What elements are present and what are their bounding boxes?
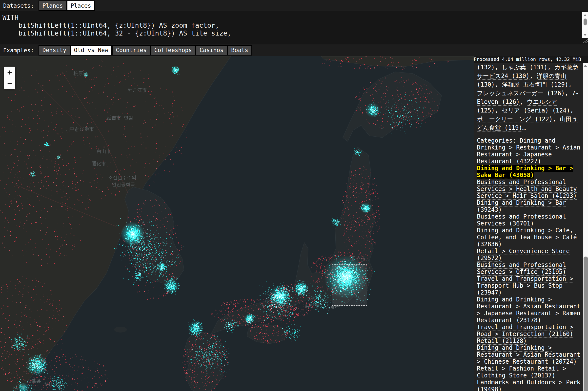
example-button-old-vs-new[interactable]: Old vs New [71, 46, 111, 55]
sidebar-scrollbar[interactable] [583, 63, 588, 391]
category-link[interactable]: Business and Professional Services > Off… [477, 262, 566, 276]
name-link[interactable]: 洋麺屋 五右衛門 (129) [502, 81, 568, 88]
map[interactable]: 松原市牡丹江市延吉市 연길四平市辽源市白山市通化市조선민주주의인민공화국海盐县岱… [0, 56, 474, 391]
map-place-label: 인민공화국 [112, 181, 135, 188]
datasets-label: Datasets: [3, 2, 34, 9]
datasets-button-group: PlanesPlaces [38, 0, 95, 11]
category-link-highlighted[interactable]: Dining and Drinking > Bar > Sake Bar (43… [477, 165, 573, 179]
category-link[interactable]: Dining and Drinking > Restaurant > Asian… [477, 344, 580, 365]
scroll-up-icon[interactable] [584, 65, 587, 67]
map-place-label: 浜松市 [305, 303, 319, 309]
category-link[interactable]: Dining and Drinking > Bar (39243) [477, 199, 566, 213]
scroll-up-icon[interactable] [583, 14, 587, 16]
category-link[interactable]: Retail (21128) [477, 337, 527, 345]
example-button-density[interactable]: Density [39, 46, 70, 55]
sidebar-scrollbar-thumb[interactable] [584, 257, 588, 391]
dataset-button-planes[interactable]: Planes [39, 1, 66, 10]
map-place-label: 四平市 [65, 126, 79, 133]
textarea-resize-grip-icon[interactable] [583, 38, 588, 43]
example-button-coffeeshops[interactable]: Coffeeshops [151, 46, 195, 55]
examples-bar: Examples: DensityOld vs NewCountriesCoff… [0, 44, 588, 56]
editor-scrollbar[interactable] [582, 12, 588, 38]
example-button-countries[interactable]: Countries [113, 46, 150, 55]
category-link[interactable]: Retail > Convenience Store (29572) [477, 248, 570, 262]
map-place-label: 牡丹江市 [128, 87, 147, 94]
category-link[interactable]: Landmarks and Outdoors > Park (19498) [477, 379, 580, 391]
scroll-down-icon[interactable] [583, 34, 587, 36]
map-place-label: 延吉市 연길 [107, 115, 133, 121]
name-link[interactable]: フレッシュネスバーガー (126) [477, 90, 565, 97]
results-sidebar: (132), しゃぶ葉 (131), カギ救急サービス24 (130), 洋服の… [474, 63, 583, 391]
category-link[interactable]: Business and Professional Services > Hea… [477, 179, 577, 199]
categories-list: Categories: Dining and Drinking > Restau… [477, 137, 581, 391]
right-panel: Processed 4.04 million rows, 42.32 MiB (… [474, 56, 588, 391]
example-button-casinos[interactable]: Casinos [196, 46, 227, 55]
sql-editor: WITH bitShiftLeft(1::UInt64, {z:UInt8}) … [0, 11, 588, 44]
category-link[interactable]: Travel and Transportation > Transport Hu… [477, 275, 573, 296]
name-link[interactable]: セリア (Seria) (124) [502, 107, 570, 114]
map-zoom-control: + − [4, 67, 15, 89]
examples-label: Examples: [3, 47, 34, 54]
datasets-bar: Datasets: PlanesPlaces [0, 0, 588, 11]
dataset-button-places[interactable]: Places [67, 1, 94, 10]
map-canvas[interactable] [0, 56, 474, 391]
zoom-in-button[interactable]: + [4, 67, 15, 78]
map-place-label: 海盐县 [27, 378, 41, 384]
zoom-out-button[interactable]: − [4, 78, 15, 89]
sql-editor-input[interactable]: WITH bitShiftLeft(1::UInt64, {z:UInt8}) … [0, 11, 588, 37]
app-window: Datasets: PlanesPlaces WITH bitShiftLeft… [0, 0, 588, 391]
map-place-label: 通化市 [92, 161, 106, 167]
category-link[interactable]: Dining and Drinking > Cafe, Coffee, and … [477, 227, 577, 248]
query-status: Processed 4.04 million rows, 42.32 MiB [474, 56, 588, 63]
categories-label: Categories: [477, 137, 520, 144]
category-link[interactable]: Retail > Fashion Retail > Clothing Store… [477, 365, 566, 379]
name-link[interactable]: ポニークリーニング (122) [477, 116, 553, 123]
map-place-label: 조선민주주의 [108, 174, 136, 181]
category-link[interactable]: Dining and Drinking > Restaurant > Asian… [477, 296, 580, 324]
map-place-label: 辽源市 [80, 126, 94, 132]
map-place-label: 岱山县 [44, 381, 59, 388]
map-place-label: 白山市 [97, 148, 111, 155]
editor-scrollbar-thumb[interactable] [584, 18, 587, 25]
name-link[interactable]: しゃぶ葉 (131) [502, 64, 547, 71]
map-place-label: 日立市 [352, 255, 366, 262]
map-place-label: 松原市 [74, 70, 88, 77]
examples-button-group: DensityOld vs NewCountriesCoffeeshopsCas… [38, 45, 252, 56]
top-names-list: (132), しゃぶ葉 (131), カギ救急サービス24 (130), 洋服の… [477, 63, 581, 132]
category-link[interactable]: Business and Professional Services (3670… [477, 213, 566, 227]
name-link-partial[interactable]: (132) [477, 64, 495, 71]
map-selection-rectangle [332, 265, 367, 306]
example-button-boats[interactable]: Boats [228, 46, 251, 55]
category-link[interactable]: Travel and Transportation > Road > Inter… [477, 324, 573, 338]
